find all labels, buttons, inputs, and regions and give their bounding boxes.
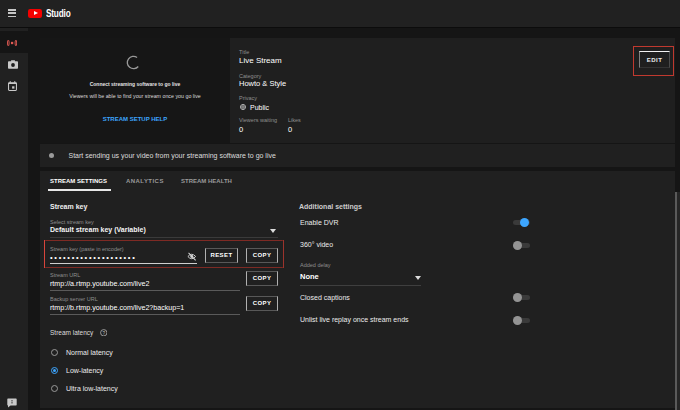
svg-text:?: ? — [102, 330, 105, 335]
